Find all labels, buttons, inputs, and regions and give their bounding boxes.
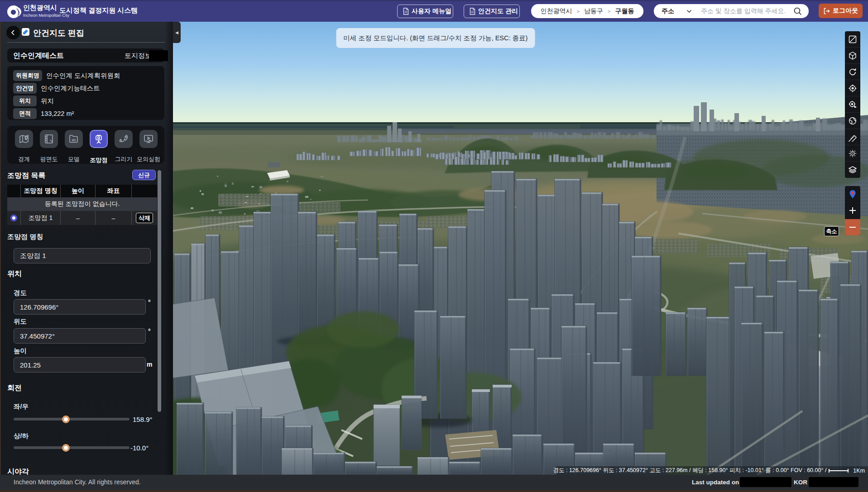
svg-text:3D: 3D: [72, 138, 76, 142]
